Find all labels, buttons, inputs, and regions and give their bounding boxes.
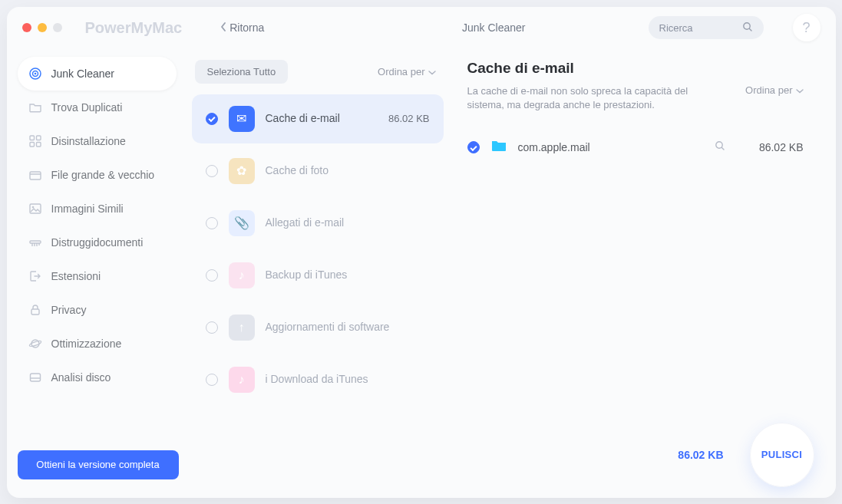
sidebar-item-ottimizzazione[interactable]: Ottimizzazione bbox=[18, 327, 177, 361]
shredder-icon bbox=[28, 236, 42, 249]
chevron-down-icon bbox=[796, 84, 804, 96]
category-list: ✉Cache di e-mail86.02 KB✿Cache di foto📎A… bbox=[187, 91, 451, 498]
minimize-icon[interactable] bbox=[38, 23, 47, 32]
sidebar-item-label: Junk Cleaner bbox=[51, 68, 115, 80]
sidebar-item-label: Privacy bbox=[51, 304, 87, 316]
detail-item-size: 86.02 KB bbox=[759, 141, 804, 153]
category-label: Allegati di e-mail bbox=[266, 216, 430, 229]
category-item[interactable]: ✿Cache di foto bbox=[192, 147, 444, 196]
sidebar-item-junk-cleaner[interactable]: Junk Cleaner bbox=[18, 57, 177, 91]
detail-header-row: La cache di e-mail non solo spreca la ca… bbox=[467, 84, 804, 114]
sidebar-item-disinstallazione[interactable]: Disinstallazione bbox=[18, 124, 177, 158]
sidebar-item-label: Estensioni bbox=[51, 270, 101, 282]
category-item[interactable]: ♪Backup di iTunes bbox=[192, 251, 444, 300]
lock-icon bbox=[28, 303, 42, 317]
sidebar-item-label: Trova Duplicati bbox=[51, 101, 123, 114]
sidebar-item-label: Ottimizzazione bbox=[51, 338, 122, 350]
sortby-label: Ordina per bbox=[378, 66, 424, 77]
svg-rect-13 bbox=[31, 309, 39, 315]
checkbox[interactable] bbox=[206, 217, 218, 229]
checkbox[interactable] bbox=[467, 141, 480, 153]
select-all-button[interactable]: Seleziona Tutto bbox=[195, 60, 289, 84]
maximize-icon bbox=[53, 23, 62, 32]
sidebar-item-immagini-simili[interactable]: Immagini Simili bbox=[18, 192, 177, 226]
image-icon bbox=[28, 202, 42, 216]
category-icon: ↑ bbox=[229, 315, 255, 341]
app-window: PowerMyMac Ritorna Junk Cleaner Ricerca … bbox=[7, 7, 836, 498]
checkbox[interactable] bbox=[206, 321, 218, 334]
top-section-label: Junk Cleaner bbox=[462, 21, 526, 34]
folder-icon bbox=[28, 100, 42, 114]
category-icon: ♪ bbox=[229, 262, 255, 288]
help-button[interactable]: ? bbox=[793, 14, 821, 41]
checkbox[interactable] bbox=[206, 269, 218, 282]
chevron-left-icon bbox=[220, 21, 226, 34]
sidebar-item-label: Disinstallazione bbox=[51, 135, 126, 147]
checkbox[interactable] bbox=[206, 374, 218, 386]
back-label: Ritorna bbox=[229, 21, 264, 34]
category-item[interactable]: ♪i Download da iTunes bbox=[192, 355, 444, 404]
grid-icon bbox=[28, 134, 42, 148]
detail-item-name: com.apple.mail bbox=[518, 141, 704, 153]
detail-title: Cache di e-mail bbox=[467, 60, 804, 77]
folder-icon bbox=[490, 139, 507, 156]
category-label: Cache di e-mail bbox=[266, 112, 378, 125]
app-title: PowerMyMac bbox=[85, 19, 183, 37]
svg-point-4 bbox=[34, 72, 36, 74]
svg-rect-9 bbox=[30, 172, 41, 180]
total-size: 86.02 KB bbox=[678, 449, 723, 461]
sortby-button[interactable]: Ordina per bbox=[378, 66, 435, 77]
category-label: i Download da iTunes bbox=[266, 373, 430, 386]
exit-icon bbox=[28, 269, 42, 283]
clean-button[interactable]: PULISCI bbox=[750, 423, 814, 487]
sidebar-item-distruggidocumenti[interactable]: Distruggidocumenti bbox=[18, 226, 177, 259]
svg-rect-7 bbox=[30, 142, 35, 147]
sidebar-item-label: Immagini Simili bbox=[51, 203, 124, 215]
category-size: 86.02 KB bbox=[388, 113, 430, 124]
checkbox[interactable] bbox=[206, 165, 218, 177]
category-label: Cache di foto bbox=[266, 164, 430, 177]
svg-point-15 bbox=[28, 340, 41, 348]
sidebar-item-file-grande-vecchio[interactable]: File grande & vecchio bbox=[18, 158, 177, 192]
close-icon[interactable] bbox=[22, 23, 31, 32]
sidebar-item-privacy[interactable]: Privacy bbox=[18, 293, 177, 327]
footer: 86.02 KB PULISCI bbox=[678, 423, 814, 487]
sidebar-item-label: Analisi disco bbox=[51, 371, 111, 384]
detail-sortby-label: Ordina per bbox=[745, 84, 792, 96]
chevron-down-icon bbox=[428, 66, 436, 77]
detail-row[interactable]: com.apple.mail86.02 KB bbox=[467, 139, 804, 156]
detail-sortby-button[interactable]: Ordina per bbox=[745, 84, 803, 96]
upgrade-button[interactable]: Ottieni la versione completa bbox=[18, 450, 179, 479]
detail-description: La cache di e-mail non solo spreca la ca… bbox=[467, 84, 705, 114]
category-panel: Seleziona Tutto Ordina per ✉Cache di e-m… bbox=[187, 49, 452, 498]
search-input[interactable]: Ricerca bbox=[649, 16, 764, 39]
category-item[interactable]: 📎Allegati di e-mail bbox=[192, 199, 444, 248]
checkbox[interactable] bbox=[206, 113, 218, 125]
sidebar-item-label: File grande & vecchio bbox=[51, 169, 155, 181]
search-icon bbox=[742, 21, 753, 35]
sidebar-item-analisi-disco[interactable]: Analisi disco bbox=[18, 361, 177, 394]
sidebar: Junk CleanerTrova DuplicatiDisinstallazi… bbox=[7, 49, 187, 498]
disk-icon bbox=[28, 371, 42, 384]
svg-rect-5 bbox=[30, 136, 35, 140]
planet-icon bbox=[28, 337, 42, 351]
sidebar-item-trova-duplicati[interactable]: Trova Duplicati bbox=[18, 91, 177, 124]
svg-rect-8 bbox=[36, 142, 41, 147]
category-item[interactable]: ✉Cache di e-mail86.02 KB bbox=[192, 94, 444, 143]
svg-rect-6 bbox=[36, 136, 41, 140]
sidebar-item-label: Distruggidocumenti bbox=[51, 236, 144, 249]
svg-line-18 bbox=[721, 147, 724, 150]
target-icon bbox=[28, 67, 42, 81]
reveal-icon[interactable] bbox=[715, 140, 725, 154]
svg-rect-10 bbox=[30, 204, 41, 213]
category-icon: ✿ bbox=[229, 158, 255, 184]
box-icon bbox=[28, 168, 42, 182]
back-button[interactable]: Ritorna bbox=[220, 21, 264, 34]
help-icon: ? bbox=[802, 20, 810, 36]
category-item[interactable]: ↑Aggiornamenti di software bbox=[192, 303, 444, 352]
svg-rect-16 bbox=[30, 374, 40, 381]
category-label: Aggiornamenti di software bbox=[266, 321, 430, 334]
category-icon: ♪ bbox=[229, 367, 255, 393]
sidebar-item-estensioni[interactable]: Estensioni bbox=[18, 259, 177, 293]
category-icon: 📎 bbox=[229, 210, 255, 236]
